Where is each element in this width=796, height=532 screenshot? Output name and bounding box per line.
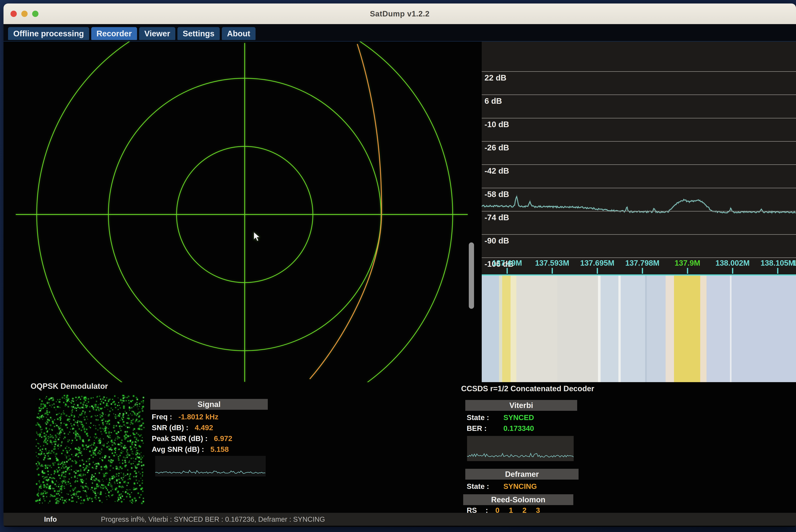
signal-row-value: -1.8012 kHz xyxy=(179,413,219,421)
demodulator-title: OQPSK Demodulator xyxy=(31,382,108,391)
signal-row: Peak SNR (dB) :6.972 xyxy=(152,433,232,444)
titlebar: SatDump v1.2.2 xyxy=(3,3,796,24)
app-window: SatDump v1.2.2 Offline processingRecorde… xyxy=(3,3,796,527)
fft-db-label: 22 dB xyxy=(484,73,506,82)
status-bar: Info Progress inf%, Viterbi : SYNCED BER… xyxy=(3,513,796,526)
fft-db-label: -58 dB xyxy=(484,190,509,199)
fft-gridline xyxy=(482,258,796,258)
deframer-state-row: State : SYNCING xyxy=(467,481,537,492)
fft-frequency-label: 138.105M xyxy=(760,259,795,267)
fft-db-label: 6 dB xyxy=(484,96,502,106)
signal-row: Freq :-1.8012 kHz xyxy=(152,412,232,422)
status-info-label: Info xyxy=(44,515,57,523)
fft-trace xyxy=(482,42,796,274)
viterbi-rows: State : SYNCED BER : 0.173340 xyxy=(467,412,534,434)
fft-db-label: -26 dB xyxy=(484,143,509,152)
viterbi-ber-label: BER : xyxy=(467,424,503,433)
fft-gridline xyxy=(482,118,796,118)
fft-frequency-tick xyxy=(687,268,688,274)
fft-spectrum-panel[interactable]: 22 dB6 dB-10 dB-26 dB-42 dB-58 dB-74 dB-… xyxy=(482,42,796,382)
signal-row: SNR (dB) :4.492 xyxy=(152,422,232,433)
fft-frequency-tick xyxy=(642,268,643,274)
fft-gridline xyxy=(482,211,796,211)
tracking-polar-plot[interactable] xyxy=(3,42,468,382)
tab-about[interactable]: About xyxy=(222,27,256,40)
fft-db-label: -42 dB xyxy=(484,166,509,175)
fft-db-label: -10 dB xyxy=(484,120,509,129)
satellite-pass-track xyxy=(310,44,382,379)
constellation-diagram xyxy=(35,394,145,505)
window-title: SatDump v1.2.2 xyxy=(3,3,796,24)
viterbi-state-row: State : SYNCED xyxy=(467,412,534,423)
deframer-rows: State : SYNCING xyxy=(467,481,537,492)
tab-bar: Offline processingRecorderViewerSettings… xyxy=(3,24,796,42)
tab-viewer[interactable]: Viewer xyxy=(139,27,175,40)
waterfall-separator-line xyxy=(482,274,796,276)
fft-gridline xyxy=(482,141,796,141)
fft-frequency-label: 137.798M xyxy=(625,259,660,267)
fft-frequency-tick xyxy=(597,268,598,274)
signal-row-label: Avg SNR (dB) : xyxy=(152,445,204,454)
fft-gridline xyxy=(482,164,796,165)
fft-frequency-tick xyxy=(777,268,778,274)
fft-db-label: -74 dB xyxy=(484,213,509,222)
signal-row-label: Freq : xyxy=(152,413,172,421)
fft-frequency-label: 137.9M xyxy=(675,259,700,267)
fft-gridline xyxy=(482,234,796,235)
viterbi-state-value: SYNCED xyxy=(503,413,534,422)
deframer-state-label: State : xyxy=(467,482,503,491)
ber-history-graph xyxy=(467,436,574,461)
signal-row-value: 5.158 xyxy=(210,445,229,454)
fft-frequency-label: 137.593M xyxy=(535,259,569,267)
fft-frequency-label: 138.002M xyxy=(716,259,750,267)
deframer-header: Deframer xyxy=(465,469,578,480)
signal-row-label: SNR (dB) : xyxy=(152,423,188,432)
fft-gridline xyxy=(482,94,796,95)
fft-gridline xyxy=(482,188,796,188)
waterfall-display xyxy=(482,276,796,382)
fft-frequency-tick xyxy=(732,268,733,274)
polar-plot-canvas xyxy=(3,42,468,382)
fft-db-label: -90 dB xyxy=(484,236,509,245)
viterbi-ber-value: 0.173340 xyxy=(503,424,534,433)
snr-history-graph xyxy=(155,456,266,476)
signal-row-label: Peak SNR (dB) : xyxy=(152,434,208,443)
fft-frequency-tick xyxy=(552,268,553,274)
fft-gridline xyxy=(482,71,796,72)
tab-settings[interactable]: Settings xyxy=(178,27,220,40)
signal-row: Avg SNR (dB) :5.158 xyxy=(152,444,232,455)
tab-offline-processing[interactable]: Offline processing xyxy=(8,27,89,40)
constellation-canvas xyxy=(35,394,145,505)
viterbi-header: Viterbi xyxy=(465,400,577,411)
fft-frequency-label: 137.695M xyxy=(580,259,614,267)
deframer-state-value: SYNCING xyxy=(503,482,537,491)
status-message: Progress inf%, Viterbi : SYNCED BER : 0.… xyxy=(101,515,325,523)
viterbi-state-label: State : xyxy=(467,413,503,422)
decoder-title: CCSDS r=1/2 Concatenated Decoder xyxy=(461,384,594,393)
mouse-cursor-icon xyxy=(254,232,262,242)
fft-frequency-tick xyxy=(506,268,508,274)
tab-recorder[interactable]: Recorder xyxy=(91,27,137,40)
fft-frequency-label: 1 xyxy=(793,259,796,267)
reed-solomon-header: Reed-Solomon xyxy=(463,494,573,505)
main-content: 22 dB6 dB-10 dB-26 dB-42 dB-58 dB-74 dB-… xyxy=(3,42,796,513)
signal-panel-header: Signal xyxy=(150,399,268,410)
viterbi-ber-row: BER : 0.173340 xyxy=(467,423,534,434)
vertical-scrollbar[interactable] xyxy=(469,243,474,309)
signal-row-value: 6.972 xyxy=(214,434,232,443)
fft-frequency-label: 137.49M xyxy=(492,259,522,267)
signal-rows: Freq :-1.8012 kHzSNR (dB) :4.492Peak SNR… xyxy=(152,412,232,455)
signal-row-value: 4.492 xyxy=(195,423,213,432)
